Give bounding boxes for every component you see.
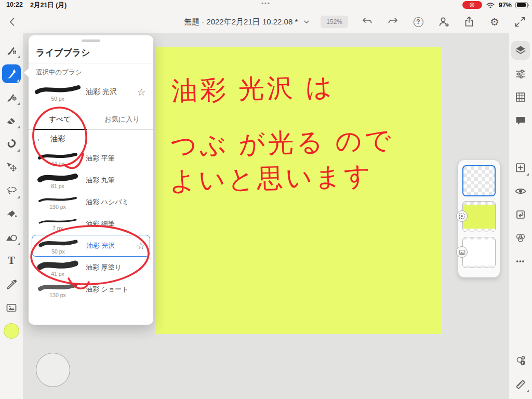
brush-name: 油彩 丸筆: [83, 176, 148, 185]
brush-name: 油彩 厚塗り: [83, 263, 148, 272]
color-picker-swatch[interactable]: [0, 319, 23, 342]
panel-title: ライブブラシ: [29, 42, 153, 63]
adjustments-button[interactable]: [509, 62, 532, 85]
image-layer-badge-icon: [456, 246, 468, 258]
invite-people-button[interactable]: [437, 15, 450, 29]
current-color-swatch: [4, 323, 19, 339]
brush-name: 油彩 光沢: [83, 241, 134, 250]
category-back-arrow-icon[interactable]: ←: [36, 134, 44, 143]
screen-recording-indicator-icon[interactable]: [462, 1, 482, 9]
brush-size-label: 7 px: [52, 225, 63, 231]
blend-mode-button[interactable]: [509, 226, 532, 249]
favorite-star-icon[interactable]: ☆: [134, 240, 148, 252]
handwriting-line-2: つぶ が光る ので: [170, 123, 394, 163]
layers-thumbnail-panel: [458, 160, 500, 277]
panel-drag-handle[interactable]: [29, 35, 153, 42]
live-brushes-panel: ライブブラシ 選択中のブラシ 50 px 油彩 光沢 ☆ すべて お気に入り ←…: [29, 35, 153, 325]
layer-visibility-button[interactable]: [509, 179, 532, 203]
brush-row[interactable]: 130 px 油彩 ハシバミ: [29, 191, 153, 213]
settings-button[interactable]: ⚙: [488, 15, 501, 29]
text-tool-icon: T: [8, 254, 15, 267]
paint-layer-fill: [463, 205, 495, 229]
layer-transform-button[interactable]: [509, 203, 532, 226]
brush-stroke-preview: [37, 259, 78, 271]
redo-button[interactable]: [386, 15, 400, 29]
category-label: 油彩: [50, 134, 65, 144]
fullscreen-button[interactable]: [513, 15, 527, 29]
pixel-brush-tool[interactable]: [0, 38, 23, 62]
zoom-level-badge[interactable]: 152%: [321, 16, 348, 28]
document-toolbar: 無題 - 2022年2月21日 10.22.08 * 152% ? ⚙: [0, 10, 532, 33]
eraser-tool[interactable]: [0, 109, 23, 132]
status-bar: 10:22 2月21日 (月) ••• 97%: [0, 0, 532, 10]
canvas[interactable]: 油彩 光沢 は つぶ が光る ので よいと思います: [155, 47, 442, 334]
brush-size-label: 50 px: [51, 96, 64, 102]
smudge-tool[interactable]: [0, 132, 23, 155]
brush-name: 油彩 ハシバミ: [83, 197, 148, 207]
background-layer-fill: [463, 240, 495, 265]
brush-row[interactable]: 44 px 油彩 平筆: [29, 148, 153, 169]
pixel-layer-badge-icon: [456, 210, 468, 222]
left-tool-rail: T: [0, 33, 23, 399]
brush-name: 油彩 細筆: [83, 219, 148, 229]
place-image-tool[interactable]: [0, 296, 23, 319]
brush-size-label: 130 px: [49, 204, 66, 210]
layers-panel-button[interactable]: [509, 38, 532, 62]
battery-percent: 97%: [499, 2, 512, 9]
ruler-button[interactable]: [509, 373, 532, 396]
live-brush-tool[interactable]: [0, 62, 23, 85]
brush-size-label: 81 px: [51, 183, 64, 189]
brush-size-label: 50 px: [51, 248, 65, 255]
grid-button[interactable]: [509, 85, 532, 109]
share-button[interactable]: [462, 15, 476, 29]
top-bar: 10:22 2月21日 (月) ••• 97% 無題 - 2022年2月21日 …: [0, 0, 532, 33]
eyedropper-tool[interactable]: [0, 272, 23, 296]
layer-thumbnail-sketch[interactable]: [462, 165, 496, 196]
vector-brush-tool[interactable]: [0, 85, 23, 109]
brush-row[interactable]: 7 px 油彩 細筆: [29, 213, 153, 235]
brush-stroke-preview: [34, 83, 82, 96]
timelapse-button[interactable]: [509, 349, 532, 373]
brush-cursor-preview: [36, 353, 70, 387]
brush-stroke-preview: [37, 217, 78, 225]
brush-stroke-preview: [37, 151, 78, 161]
selected-brush-name: 油彩 光沢: [83, 87, 135, 97]
brush-stroke-preview: [37, 195, 78, 204]
shapes-tool[interactable]: [0, 225, 23, 249]
undo-button[interactable]: [361, 15, 374, 29]
comment-button[interactable]: [509, 109, 532, 132]
help-button[interactable]: ?: [411, 15, 425, 29]
panel-anchor-notch: [24, 68, 29, 77]
brush-category-row[interactable]: ← 油彩: [29, 130, 153, 148]
tab-all-brushes[interactable]: すべて: [29, 109, 91, 129]
battery-icon: [515, 2, 528, 8]
text-tool[interactable]: T: [0, 249, 23, 272]
handwriting-line-1: 油彩 光沢 は: [171, 70, 335, 109]
brush-row-selected[interactable]: 50 px 油彩 光沢 ☆: [32, 235, 150, 257]
brush-size-label: 41 px: [51, 271, 64, 277]
add-layer-button[interactable]: [509, 156, 532, 179]
layer-more-options-button[interactable]: •••: [509, 249, 532, 273]
brush-row[interactable]: 81 px 油彩 丸筆: [29, 169, 153, 191]
layers-button-active-highlight: [511, 41, 530, 60]
brush-row[interactable]: 41 px 油彩 厚塗り: [29, 257, 153, 278]
lasso-select-tool[interactable]: [0, 179, 23, 202]
move-transform-tool[interactable]: [0, 155, 23, 179]
fill-tool[interactable]: [0, 202, 23, 225]
brush-size-label: 44 px: [51, 161, 64, 167]
brush-name: 油彩 ショート: [83, 285, 148, 294]
title-chevron-down-icon[interactable]: [303, 18, 310, 25]
tab-favorites[interactable]: お気に入り: [91, 109, 153, 129]
favorite-star-icon[interactable]: ☆: [135, 86, 148, 98]
brush-row[interactable]: 130 px 油彩 ショート: [29, 278, 153, 300]
live-brush-tool-selected-highlight: [2, 64, 21, 83]
wifi-icon: [486, 2, 495, 9]
brush-size-label: 130 px: [49, 292, 66, 298]
multitask-dots-icon[interactable]: •••: [0, 0, 532, 6]
brush-stroke-preview: [37, 281, 78, 292]
brush-stroke-preview: [37, 237, 79, 249]
selected-brush-preview-row[interactable]: 50 px 油彩 光沢 ☆: [29, 77, 153, 107]
brush-tabs: すべて お気に入り: [29, 109, 153, 130]
selected-brush-section-label: 選択中のブラシ: [29, 63, 153, 77]
brush-stroke-preview: [37, 172, 78, 183]
